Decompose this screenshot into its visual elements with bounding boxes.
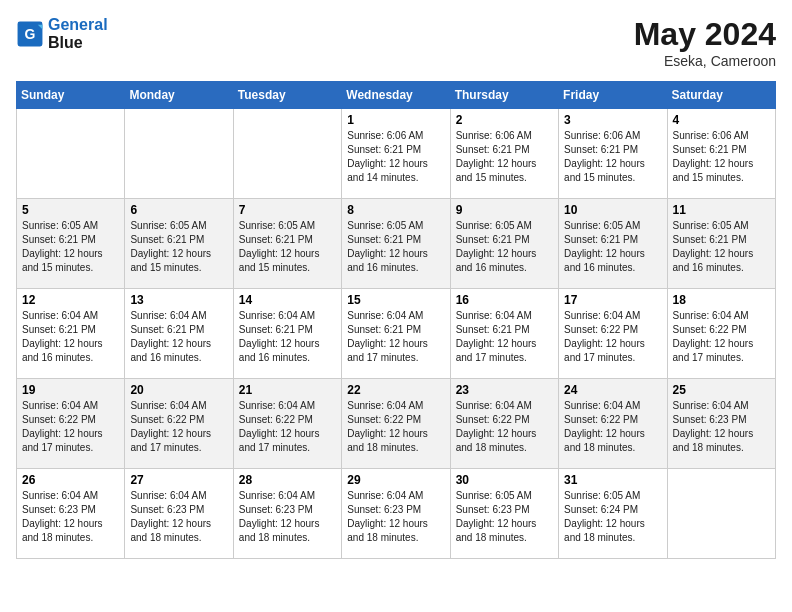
col-header-tuesday: Tuesday bbox=[233, 82, 341, 109]
day-cell: 20Sunrise: 6:04 AM Sunset: 6:22 PM Dayli… bbox=[125, 379, 233, 469]
week-row-3: 12Sunrise: 6:04 AM Sunset: 6:21 PM Dayli… bbox=[17, 289, 776, 379]
day-number: 4 bbox=[673, 113, 770, 127]
day-info: Sunrise: 6:06 AM Sunset: 6:21 PM Dayligh… bbox=[564, 129, 661, 185]
col-header-friday: Friday bbox=[559, 82, 667, 109]
calendar-table: SundayMondayTuesdayWednesdayThursdayFrid… bbox=[16, 81, 776, 559]
day-info: Sunrise: 6:04 AM Sunset: 6:21 PM Dayligh… bbox=[239, 309, 336, 365]
col-header-saturday: Saturday bbox=[667, 82, 775, 109]
day-info: Sunrise: 6:04 AM Sunset: 6:22 PM Dayligh… bbox=[564, 399, 661, 455]
day-number: 6 bbox=[130, 203, 227, 217]
week-row-5: 26Sunrise: 6:04 AM Sunset: 6:23 PM Dayli… bbox=[17, 469, 776, 559]
day-info: Sunrise: 6:05 AM Sunset: 6:21 PM Dayligh… bbox=[130, 219, 227, 275]
day-number: 24 bbox=[564, 383, 661, 397]
col-header-wednesday: Wednesday bbox=[342, 82, 450, 109]
day-info: Sunrise: 6:04 AM Sunset: 6:22 PM Dayligh… bbox=[564, 309, 661, 365]
day-info: Sunrise: 6:06 AM Sunset: 6:21 PM Dayligh… bbox=[673, 129, 770, 185]
day-number: 18 bbox=[673, 293, 770, 307]
day-info: Sunrise: 6:04 AM Sunset: 6:23 PM Dayligh… bbox=[239, 489, 336, 545]
logo-icon: G bbox=[16, 20, 44, 48]
day-info: Sunrise: 6:06 AM Sunset: 6:21 PM Dayligh… bbox=[347, 129, 444, 185]
col-header-monday: Monday bbox=[125, 82, 233, 109]
title-block: May 2024 Eseka, Cameroon bbox=[634, 16, 776, 69]
day-cell: 24Sunrise: 6:04 AM Sunset: 6:22 PM Dayli… bbox=[559, 379, 667, 469]
page-header: G General Blue May 2024 Eseka, Cameroon bbox=[16, 16, 776, 69]
day-number: 1 bbox=[347, 113, 444, 127]
day-cell bbox=[667, 469, 775, 559]
col-header-sunday: Sunday bbox=[17, 82, 125, 109]
day-info: Sunrise: 6:04 AM Sunset: 6:22 PM Dayligh… bbox=[22, 399, 119, 455]
location-title: Eseka, Cameroon bbox=[634, 53, 776, 69]
day-number: 3 bbox=[564, 113, 661, 127]
day-info: Sunrise: 6:05 AM Sunset: 6:23 PM Dayligh… bbox=[456, 489, 553, 545]
day-number: 8 bbox=[347, 203, 444, 217]
day-cell: 13Sunrise: 6:04 AM Sunset: 6:21 PM Dayli… bbox=[125, 289, 233, 379]
day-cell: 27Sunrise: 6:04 AM Sunset: 6:23 PM Dayli… bbox=[125, 469, 233, 559]
day-info: Sunrise: 6:05 AM Sunset: 6:21 PM Dayligh… bbox=[347, 219, 444, 275]
day-cell: 16Sunrise: 6:04 AM Sunset: 6:21 PM Dayli… bbox=[450, 289, 558, 379]
week-row-2: 5Sunrise: 6:05 AM Sunset: 6:21 PM Daylig… bbox=[17, 199, 776, 289]
day-number: 31 bbox=[564, 473, 661, 487]
day-cell: 22Sunrise: 6:04 AM Sunset: 6:22 PM Dayli… bbox=[342, 379, 450, 469]
day-cell: 29Sunrise: 6:04 AM Sunset: 6:23 PM Dayli… bbox=[342, 469, 450, 559]
day-number: 30 bbox=[456, 473, 553, 487]
day-info: Sunrise: 6:05 AM Sunset: 6:24 PM Dayligh… bbox=[564, 489, 661, 545]
day-number: 27 bbox=[130, 473, 227, 487]
day-number: 5 bbox=[22, 203, 119, 217]
day-info: Sunrise: 6:04 AM Sunset: 6:23 PM Dayligh… bbox=[130, 489, 227, 545]
day-info: Sunrise: 6:05 AM Sunset: 6:21 PM Dayligh… bbox=[673, 219, 770, 275]
col-header-thursday: Thursday bbox=[450, 82, 558, 109]
day-cell: 10Sunrise: 6:05 AM Sunset: 6:21 PM Dayli… bbox=[559, 199, 667, 289]
day-number: 9 bbox=[456, 203, 553, 217]
day-info: Sunrise: 6:04 AM Sunset: 6:21 PM Dayligh… bbox=[347, 309, 444, 365]
day-cell bbox=[233, 109, 341, 199]
day-number: 15 bbox=[347, 293, 444, 307]
day-cell: 12Sunrise: 6:04 AM Sunset: 6:21 PM Dayli… bbox=[17, 289, 125, 379]
day-cell: 17Sunrise: 6:04 AM Sunset: 6:22 PM Dayli… bbox=[559, 289, 667, 379]
day-number: 28 bbox=[239, 473, 336, 487]
day-number: 11 bbox=[673, 203, 770, 217]
day-info: Sunrise: 6:04 AM Sunset: 6:23 PM Dayligh… bbox=[673, 399, 770, 455]
day-cell: 31Sunrise: 6:05 AM Sunset: 6:24 PM Dayli… bbox=[559, 469, 667, 559]
day-cell bbox=[125, 109, 233, 199]
day-cell: 9Sunrise: 6:05 AM Sunset: 6:21 PM Daylig… bbox=[450, 199, 558, 289]
month-title: May 2024 bbox=[634, 16, 776, 53]
day-number: 25 bbox=[673, 383, 770, 397]
day-info: Sunrise: 6:04 AM Sunset: 6:21 PM Dayligh… bbox=[22, 309, 119, 365]
day-number: 29 bbox=[347, 473, 444, 487]
day-info: Sunrise: 6:05 AM Sunset: 6:21 PM Dayligh… bbox=[22, 219, 119, 275]
day-info: Sunrise: 6:04 AM Sunset: 6:22 PM Dayligh… bbox=[130, 399, 227, 455]
day-number: 20 bbox=[130, 383, 227, 397]
day-cell: 8Sunrise: 6:05 AM Sunset: 6:21 PM Daylig… bbox=[342, 199, 450, 289]
day-info: Sunrise: 6:04 AM Sunset: 6:23 PM Dayligh… bbox=[347, 489, 444, 545]
week-row-1: 1Sunrise: 6:06 AM Sunset: 6:21 PM Daylig… bbox=[17, 109, 776, 199]
day-cell: 28Sunrise: 6:04 AM Sunset: 6:23 PM Dayli… bbox=[233, 469, 341, 559]
day-number: 22 bbox=[347, 383, 444, 397]
day-number: 2 bbox=[456, 113, 553, 127]
day-info: Sunrise: 6:04 AM Sunset: 6:22 PM Dayligh… bbox=[239, 399, 336, 455]
day-cell: 5Sunrise: 6:05 AM Sunset: 6:21 PM Daylig… bbox=[17, 199, 125, 289]
day-cell: 15Sunrise: 6:04 AM Sunset: 6:21 PM Dayli… bbox=[342, 289, 450, 379]
day-info: Sunrise: 6:04 AM Sunset: 6:23 PM Dayligh… bbox=[22, 489, 119, 545]
day-cell: 1Sunrise: 6:06 AM Sunset: 6:21 PM Daylig… bbox=[342, 109, 450, 199]
day-number: 16 bbox=[456, 293, 553, 307]
day-number: 17 bbox=[564, 293, 661, 307]
day-info: Sunrise: 6:04 AM Sunset: 6:21 PM Dayligh… bbox=[130, 309, 227, 365]
day-cell bbox=[17, 109, 125, 199]
week-row-4: 19Sunrise: 6:04 AM Sunset: 6:22 PM Dayli… bbox=[17, 379, 776, 469]
day-info: Sunrise: 6:05 AM Sunset: 6:21 PM Dayligh… bbox=[564, 219, 661, 275]
day-cell: 11Sunrise: 6:05 AM Sunset: 6:21 PM Dayli… bbox=[667, 199, 775, 289]
logo-line1: General bbox=[48, 16, 108, 34]
day-cell: 14Sunrise: 6:04 AM Sunset: 6:21 PM Dayli… bbox=[233, 289, 341, 379]
day-cell: 30Sunrise: 6:05 AM Sunset: 6:23 PM Dayli… bbox=[450, 469, 558, 559]
svg-text:G: G bbox=[25, 25, 36, 41]
day-number: 26 bbox=[22, 473, 119, 487]
day-info: Sunrise: 6:06 AM Sunset: 6:21 PM Dayligh… bbox=[456, 129, 553, 185]
day-info: Sunrise: 6:04 AM Sunset: 6:22 PM Dayligh… bbox=[456, 399, 553, 455]
day-cell: 21Sunrise: 6:04 AM Sunset: 6:22 PM Dayli… bbox=[233, 379, 341, 469]
day-number: 23 bbox=[456, 383, 553, 397]
day-info: Sunrise: 6:05 AM Sunset: 6:21 PM Dayligh… bbox=[239, 219, 336, 275]
day-number: 12 bbox=[22, 293, 119, 307]
day-cell: 25Sunrise: 6:04 AM Sunset: 6:23 PM Dayli… bbox=[667, 379, 775, 469]
day-cell: 7Sunrise: 6:05 AM Sunset: 6:21 PM Daylig… bbox=[233, 199, 341, 289]
day-info: Sunrise: 6:05 AM Sunset: 6:21 PM Dayligh… bbox=[456, 219, 553, 275]
